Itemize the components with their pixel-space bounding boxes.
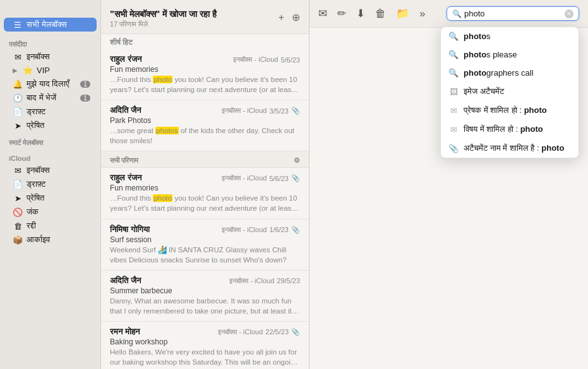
dropdown-item-6[interactable]: 📎 अटैचमेंट नाम में शामिल है : photo xyxy=(441,139,579,158)
email-mailbox: इनबॉक्स - iCloud xyxy=(222,107,267,115)
sidebar-icloud-draft-label: ड्राफ़्ट xyxy=(27,179,45,189)
dropdown-item-2[interactable]: 🔍 photographers call xyxy=(441,64,579,82)
sidebar-item-icloud-inbox[interactable]: ✉ इनबॉक्स xyxy=(4,163,97,177)
sidebar-icloud-archive-label: आर्काइव xyxy=(27,235,50,245)
dropdown-text-2: photographers call xyxy=(464,68,534,78)
email-date: 5/6/23 xyxy=(280,56,300,64)
search-dropdown: 🔍 photos 🔍 photos please 🔍 photographers… xyxy=(440,26,579,158)
search-clear-button[interactable]: ✕ xyxy=(565,9,573,18)
email-meta: इनबॉक्स - iCloud 22/5/23 📎 xyxy=(218,328,300,336)
filter-button[interactable]: ⊕ xyxy=(292,11,300,23)
email-preview: …some great photos of the kids the other… xyxy=(110,126,300,146)
mail-toolbar-button[interactable]: ✉ xyxy=(318,7,327,20)
email-sender: निमिषा गोगिया xyxy=(110,225,150,235)
email-date: 3/5/23 xyxy=(269,107,289,115)
dropdown-text-6: अटैचमेंट नाम में शामिल है : photo xyxy=(464,143,564,153)
move-toolbar-button[interactable]: 📁 xyxy=(396,7,409,20)
compose-toolbar-button[interactable]: ✏ xyxy=(337,7,346,20)
sidebar: ☰ सभी मेलबॉक्स पसंदीदा ✉ इनबॉक्स ▶ ⭐ VIP… xyxy=(0,0,101,369)
more-toolbar-button[interactable]: » xyxy=(419,8,425,20)
sidebar-item-draft[interactable]: 📄 ड्राफ़्ट xyxy=(4,105,97,119)
all-results-settings-icon[interactable]: ⚙ xyxy=(294,156,300,165)
sidebar-draft-label: ड्राफ़्ट xyxy=(27,107,45,117)
icloud-archive-icon: 📦 xyxy=(13,235,23,245)
email-subject: Park Photos xyxy=(110,116,300,125)
sidebar-item-vip[interactable]: ▶ ⭐ VIP xyxy=(4,64,97,77)
sidebar-item-icloud-junk[interactable]: 🚫 जंक xyxy=(4,205,97,219)
email-meta: इनबॉक्स - iCloud 1/6/23 📎 xyxy=(222,226,300,234)
dropdown-search-icon-1: 🔍 xyxy=(448,50,459,59)
email-list: राहुल रंजन इनबॉक्स - iCloud 5/6/23 Fun m… xyxy=(101,49,309,369)
trash-toolbar-button[interactable]: 🗑 xyxy=(375,8,386,20)
attachment-icon: 📎 xyxy=(291,107,300,115)
sidebar-item-icloud-trash[interactable]: 🗑 रद्दी xyxy=(4,219,97,233)
sidebar-item-inbox[interactable]: ✉ इनबॉक्स xyxy=(4,50,97,64)
detail-panel: ✉ ✏ ⬇ 🗑 📁 » 🔍 photo ✕ 🔍 photos � xyxy=(309,0,588,369)
email-subject: Summer barbecue xyxy=(110,286,300,295)
compose-button[interactable]: + xyxy=(279,12,284,23)
remind-badge: 1 xyxy=(80,81,90,88)
sidebar-item-icloud-archive[interactable]: 📦 आर्काइव xyxy=(4,233,97,247)
sidebar-item-icloud-draft[interactable]: 📄 ड्राफ़्ट xyxy=(4,177,97,191)
email-sender: अदिति जैन xyxy=(110,276,141,286)
inbox-icon: ✉ xyxy=(13,52,23,62)
dropdown-item-4[interactable]: ✉ प्रेषक में शामिल हो : photo xyxy=(441,101,579,120)
later-badge: 1 xyxy=(80,95,90,102)
email-meta: इनबॉक्स - iCloud 29/5/23 xyxy=(229,277,300,285)
email-mailbox: इनबॉक्स - iCloud xyxy=(222,226,267,234)
sidebar-icloud-sent-label: प्रेषित xyxy=(27,193,44,203)
email-preview: …Found this photo you took! Can you beli… xyxy=(110,193,300,213)
dropdown-search-icon-2: 🔍 xyxy=(448,68,459,78)
dropdown-text-4: प्रेषक में शामिल हो : photo xyxy=(464,105,547,115)
dropdown-search-icon-0: 🔍 xyxy=(448,32,459,41)
dropdown-item-5[interactable]: ✉ विषय में शामिल हो : photo xyxy=(441,120,579,139)
email-mailbox: इनबॉक्स - iCloud xyxy=(222,174,267,182)
sidebar-all-mailboxes-label: सभी मेलबॉक्स xyxy=(27,20,67,30)
dropdown-item-0[interactable]: 🔍 photos xyxy=(441,27,579,45)
email-item-top-1[interactable]: अदिति जैन इनबॉक्स - iCloud 3/5/23 📎 Park… xyxy=(101,100,309,151)
email-mailbox: इनबॉक्स - iCloud xyxy=(233,56,278,64)
icloud-inbox-icon: ✉ xyxy=(13,166,23,175)
dropdown-item-3[interactable]: 🖼 इमेज अटैचमेंट xyxy=(441,82,579,101)
search-box[interactable]: 🔍 photo ✕ xyxy=(447,6,579,21)
email-item-all-1[interactable]: निमिषा गोगिया इनबॉक्स - iCloud 1/6/23 📎 … xyxy=(101,220,309,271)
email-item-top-0[interactable]: राहुल रंजन इनबॉक्स - iCloud 5/6/23 Fun m… xyxy=(101,49,309,100)
email-sender: राहुल रंजन xyxy=(110,54,141,64)
email-sender: अदिति जैन xyxy=(110,105,141,115)
sidebar-icloud-trash-label: रद्दी xyxy=(27,221,36,231)
middle-panel: "सभी मेलबॉक्स" में खोजा जा रहा है 17 परि… xyxy=(101,0,309,369)
email-item-all-3[interactable]: रमन मोहन इनबॉक्स - iCloud 22/5/23 📎 Baki… xyxy=(101,322,309,369)
sidebar-item-icloud-sent[interactable]: ➤ प्रेषित xyxy=(4,191,97,205)
vip-icon: ⭐ xyxy=(23,66,33,75)
sidebar-item-later[interactable]: 🕐 बाद में भेजें 1 xyxy=(4,91,97,105)
dropdown-text-0: photos xyxy=(464,32,491,41)
sidebar-sent-label: प्रेषित xyxy=(27,120,44,131)
sidebar-icloud-junk-label: जंक xyxy=(27,207,39,217)
archive-toolbar-button[interactable]: ⬇ xyxy=(356,7,365,20)
email-date: 22/5/23 xyxy=(265,328,289,336)
icloud-sent-icon: ➤ xyxy=(13,194,23,203)
vip-chevron-icon: ▶ xyxy=(13,67,18,74)
icloud-trash-icon: 🗑 xyxy=(13,221,23,231)
top-hits-section: शीर्ष हिट xyxy=(101,34,309,49)
email-preview: Weekend Surf 🏄 IN SANTA CRUZ Glassy wave… xyxy=(110,245,300,265)
sidebar-section-smart: स्मार्ट मेलबॉक्स xyxy=(0,132,100,148)
dropdown-image-icon: 🖼 xyxy=(448,87,459,97)
sidebar-item-all-mailboxes[interactable]: ☰ सभी मेलबॉक्स xyxy=(4,18,97,32)
email-mailbox: इनबॉक्स - iCloud xyxy=(229,277,274,285)
all-results-label: सभी परिणाम xyxy=(110,156,138,164)
dropdown-text-3: इमेज अटैचमेंट xyxy=(464,86,504,97)
email-date: 5/6/23 xyxy=(269,175,289,182)
search-icon: 🔍 xyxy=(452,9,462,18)
sidebar-item-sent[interactable]: ➤ प्रेषित xyxy=(4,119,97,132)
sidebar-section-favorites: पसंदीदा xyxy=(0,34,100,50)
dropdown-from-icon: ✉ xyxy=(448,106,459,115)
email-item-all-2[interactable]: अदिति जैन इनबॉक्स - iCloud 29/5/23 Summe… xyxy=(101,271,309,322)
email-date: 29/5/23 xyxy=(277,277,300,284)
middle-header: "सभी मेलबॉक्स" में खोजा जा रहा है 17 परि… xyxy=(101,0,309,34)
sidebar-inbox-label: इनबॉक्स xyxy=(27,52,50,62)
sidebar-item-remind[interactable]: 🔔 मुझे याद दिलाएँ 1 xyxy=(4,77,97,91)
search-input-value[interactable]: photo xyxy=(464,9,562,18)
email-item-all-0[interactable]: राहुल रंजन इनबॉक्स - iCloud 5/6/23 📎 Fun… xyxy=(101,168,309,219)
dropdown-item-1[interactable]: 🔍 photos please xyxy=(441,45,579,64)
